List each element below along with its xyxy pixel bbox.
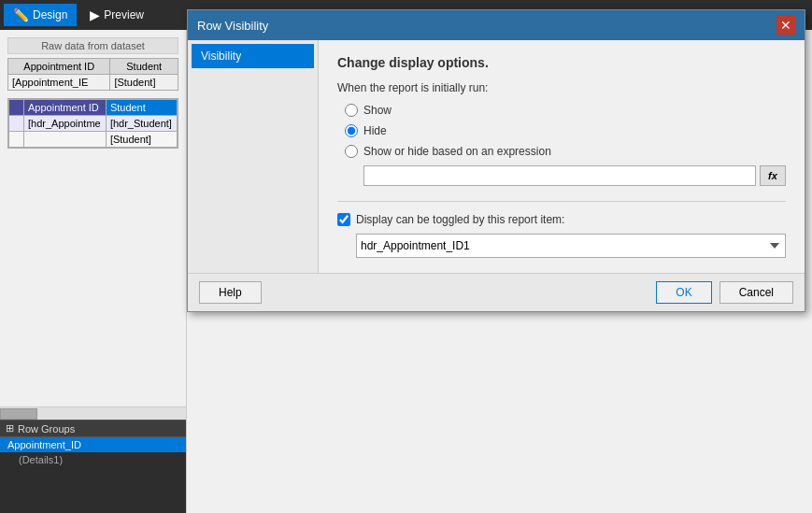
checkbox-row: Display can be toggled by this report it… (337, 213, 786, 226)
radio-show-input[interactable] (345, 104, 358, 117)
col1-header-2: Appointment ID (24, 100, 107, 116)
cancel-button[interactable]: Cancel (719, 281, 793, 304)
row-groups-list: Appointment_ID (Details1) (0, 437, 186, 513)
row-visibility-dialog: Row Visibility ✕ Visibility Change displ… (187, 9, 805, 312)
detail-col2: [Student] (106, 132, 177, 148)
report-canvas: Raw data from dataset Appointment ID Stu… (0, 30, 186, 406)
nav-item-visibility[interactable]: Visibility (192, 44, 314, 68)
radio-expression-input[interactable] (345, 145, 358, 158)
table-header-row: Appointment ID Student (9, 100, 178, 116)
radio-hide-input[interactable] (345, 124, 358, 137)
dialog-footer: Help OK Cancel (188, 273, 805, 311)
col1-field: [Appointment_IE (8, 75, 110, 91)
row-groups-label: Row Groups (18, 423, 75, 435)
expression-input[interactable] (363, 165, 756, 186)
separator (337, 201, 786, 202)
group-appointment-id[interactable]: Appointment_ID (0, 437, 186, 452)
when-run-label: When the report is initially run: (337, 81, 786, 94)
row-indicator-3 (9, 132, 24, 148)
row-groups-header: ⊞ Row Groups (0, 420, 186, 437)
col1-data: [hdr_Appointme (24, 116, 107, 132)
preview-tab[interactable]: ▶ Preview (80, 4, 153, 26)
data-table-section: Appointment ID Student [hdr_Appointme [h… (7, 98, 178, 149)
grid-icon: ⊞ (6, 422, 14, 435)
design-tab[interactable]: ✏️ Design (4, 4, 77, 26)
row-indicator-2 (9, 116, 24, 132)
detail-row: [Student] (9, 132, 178, 148)
report-item-dropdown[interactable]: hdr_Appointment_ID1 hdr_Appointment_ID2 (356, 234, 786, 258)
design-icon: ✏️ (13, 7, 29, 22)
col2-header-2: Student (106, 100, 177, 116)
dialog-close-button[interactable]: ✕ (776, 16, 795, 35)
ok-button[interactable]: OK (656, 281, 711, 304)
col2-data: [hdr_Student] (106, 116, 177, 132)
col2-field: [Student] (110, 75, 178, 91)
group-details[interactable]: (Details1) (0, 452, 186, 467)
radio-group: Show Hide Show or hide based on an expre… (337, 104, 786, 186)
dialog-titlebar: Row Visibility ✕ (188, 10, 805, 40)
left-panel: Raw data from dataset Appointment ID Stu… (0, 30, 187, 513)
preview-icon: ▶ (90, 7, 100, 22)
dataset-label: Raw data from dataset (7, 37, 178, 54)
expression-row: fx (363, 165, 786, 186)
radio-expression-label[interactable]: Show or hide based on an expression (345, 145, 786, 158)
row-indicator (9, 100, 24, 116)
checkbox-label: Display can be toggled by this report it… (356, 213, 564, 226)
dialog-nav: Visibility (188, 40, 319, 273)
dialog-content-title: Change display options. (337, 55, 786, 70)
radio-hide-text: Hide (363, 124, 387, 137)
dialog-title: Row Visibility (197, 19, 268, 33)
radio-show-text: Show (363, 104, 392, 117)
col1-header: Appointment ID (8, 59, 110, 75)
horizontal-scrollbar[interactable] (0, 406, 186, 420)
radio-show-label[interactable]: Show (345, 104, 786, 117)
radio-expression-text: Show or hide based on an expression (363, 145, 551, 158)
detail-col1 (24, 132, 107, 148)
data-table: Appointment ID Student [hdr_Appointme [h… (8, 99, 178, 148)
bottom-panel: ⊞ Row Groups Appointment_ID (Details1) (0, 420, 186, 513)
header-table: Appointment ID Student [Appointment_IE [… (7, 58, 178, 91)
data-row-1: [hdr_Appointme [hdr_Student] (9, 116, 178, 132)
toggle-checkbox[interactable] (337, 213, 350, 226)
help-button[interactable]: Help (199, 281, 262, 304)
scrollbar-thumb[interactable] (0, 408, 37, 420)
fx-button[interactable]: fx (760, 165, 786, 186)
dialog-content: Change display options. When the report … (319, 40, 805, 273)
radio-hide-label[interactable]: Hide (345, 124, 786, 137)
col2-header: Student (110, 59, 178, 75)
dropdown-wrapper: hdr_Appointment_ID1 hdr_Appointment_ID2 (356, 234, 786, 258)
dialog-body: Visibility Change display options. When … (188, 40, 805, 273)
